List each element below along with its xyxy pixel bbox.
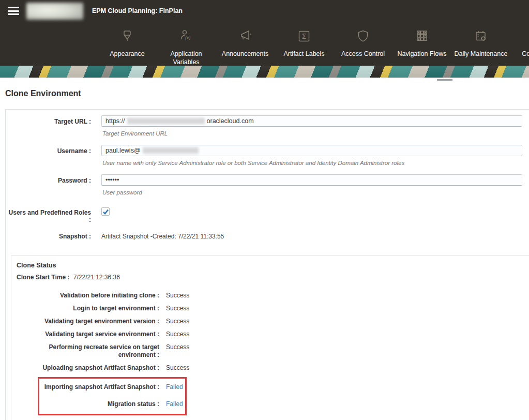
main-content: Clone Environment Target URL : https:// … <box>0 89 529 420</box>
status-step-value: Success <box>166 331 189 338</box>
failed-steps-highlight-box: Importing snapshot Artifact Snapshot : F… <box>38 377 187 415</box>
status-step-label: Performing recreate service on target en… <box>17 343 159 359</box>
settings-toolbar: Appearance (x) Application Variables Ann… <box>98 22 529 66</box>
snapshot-label: Snapshot : <box>6 230 91 240</box>
status-step-value: Success <box>166 305 189 312</box>
target-url-suffix: oraclecloud.com <box>207 117 254 125</box>
status-step-value: Success <box>166 318 189 325</box>
username-helper: User name with only Service Administrato… <box>102 160 522 166</box>
hamburger-menu-icon[interactable] <box>8 7 19 15</box>
status-row: Migration status : Failed <box>39 400 185 408</box>
status-step-label: Login to target environment : <box>17 305 159 312</box>
failed-status-link[interactable]: Failed <box>166 400 183 408</box>
page-title: Clone Environment <box>5 89 529 98</box>
clone-start-time-label: Clone Start Time : <box>17 274 69 281</box>
status-step-label: Validating target service environment : <box>17 331 159 338</box>
password-label: Password : <box>6 174 91 206</box>
username-prefix: paul.lewis@ <box>105 147 141 154</box>
snapshot-row: Snapshot : Artifact Snapshot -Created: 7… <box>6 230 529 240</box>
status-step-value: Success <box>166 364 189 372</box>
clone-status-panel: Clone Status Clone Start Time : 7/22/21 … <box>11 255 529 420</box>
toolbar-item-label: Appearance <box>110 50 144 58</box>
status-row: Login to target environment : Success <box>17 305 529 312</box>
status-row: Validating target service environment : … <box>17 331 529 338</box>
toolbar-item-daily-maintenance[interactable]: Daily Maintenance <box>451 28 510 66</box>
clone-environment-panel: Target URL : https:// oraclecloud.com Ta… <box>5 109 529 420</box>
users-roles-label: Users and Predefined Roles : <box>6 206 91 223</box>
username-label: Username : <box>6 145 91 174</box>
target-url-row: Target URL : https:// oraclecloud.com Ta… <box>6 115 529 145</box>
toolbar-item-label: Artifact Labels <box>283 50 324 58</box>
toolbar-item-label: Daily Maintenance <box>455 50 508 58</box>
navigation-flows-icon <box>414 28 430 44</box>
clone-start-time-row: Clone Start Time : 7/22/21 12:36:36 <box>17 274 529 281</box>
toolbar-item-label: Access Control <box>341 50 385 58</box>
artifact-labels-icon: Σ <box>296 28 312 44</box>
company-logo <box>26 3 83 20</box>
toolbar-item-label: Application Variables <box>157 50 216 66</box>
app-header: EPM Cloud Planning: FinPlan Appearance (… <box>0 0 529 66</box>
target-url-prefix: https:// <box>105 117 125 125</box>
toolbar-item-artifact-labels[interactable]: Σ Artifact Labels <box>275 28 334 66</box>
decorative-theme-banner <box>0 66 529 78</box>
password-input[interactable] <box>101 174 522 186</box>
users-roles-checkbox[interactable] <box>101 207 110 216</box>
toolbar-item-label: Connections <box>522 50 529 58</box>
username-row: Username : paul.lewis@ User name with on… <box>6 145 529 174</box>
status-step-label: Migration status : <box>39 400 159 408</box>
status-row: Importing snapshot Artifact Snapshot : F… <box>39 383 185 391</box>
status-row: Validating target environment version : … <box>17 318 529 325</box>
target-url-helper: Target Environment URL <box>102 130 522 137</box>
status-step-label: Validating target environment version : <box>17 318 159 325</box>
toolbar-item-navigation-flows[interactable]: Navigation Flows <box>392 28 451 66</box>
password-helper: User password <box>102 189 522 196</box>
panel-collapse-handle[interactable] <box>437 79 452 81</box>
clone-status-heading: Clone Status <box>17 262 529 269</box>
toolbar-item-access-control[interactable]: Access Control <box>334 28 392 66</box>
snapshot-value: Artifact Snapshot -Created: 7/22/21 11:3… <box>101 230 224 240</box>
appearance-icon <box>119 28 135 44</box>
target-url-label: Target URL : <box>6 115 91 145</box>
username-input[interactable]: paul.lewis@ <box>101 145 522 156</box>
failed-status-link[interactable]: Failed <box>166 383 183 391</box>
target-url-input[interactable]: https:// oraclecloud.com <box>101 115 522 127</box>
status-row: Uploading snapshot Artifact Snapshot : S… <box>17 364 529 372</box>
svg-text:(x): (x) <box>185 35 191 40</box>
announcements-icon <box>237 28 253 44</box>
password-row: Password : User password <box>6 174 529 206</box>
clone-start-time-value: 7/22/21 12:36:36 <box>73 274 120 281</box>
checkmark-icon <box>102 208 109 215</box>
status-step-label: Uploading snapshot Artifact Snapshot : <box>17 364 159 372</box>
status-step-label: Importing snapshot Artifact Snapshot : <box>39 383 159 391</box>
status-step-value: Success <box>166 343 189 359</box>
toolbar-item-appearance[interactable]: Appearance <box>98 28 157 66</box>
redacted-url-segment <box>127 118 205 124</box>
toolbar-item-connections[interactable]: Connections <box>510 28 529 66</box>
status-step-label: Validation before initiating clone : <box>17 292 159 299</box>
header-top-bar: EPM Cloud Planning: FinPlan <box>0 0 529 22</box>
users-roles-row: Users and Predefined Roles : <box>6 206 529 223</box>
toolbar-item-application-variables[interactable]: (x) Application Variables <box>157 28 216 66</box>
toolbar-item-label: Announcements <box>222 50 268 58</box>
access-control-icon <box>355 28 371 44</box>
status-step-value: Success <box>166 292 189 299</box>
toolbar-item-announcements[interactable]: Announcements <box>216 28 275 66</box>
toolbar-item-label: Navigation Flows <box>397 50 446 58</box>
daily-maintenance-icon <box>473 28 489 44</box>
status-row: Validation before initiating clone : Suc… <box>17 292 529 299</box>
status-row: Performing recreate service on target en… <box>17 343 529 359</box>
application-variables-icon: (x) <box>178 28 194 44</box>
app-title: EPM Cloud Planning: FinPlan <box>92 7 183 14</box>
svg-text:Σ: Σ <box>302 32 307 40</box>
redacted-domain-segment <box>143 147 199 154</box>
